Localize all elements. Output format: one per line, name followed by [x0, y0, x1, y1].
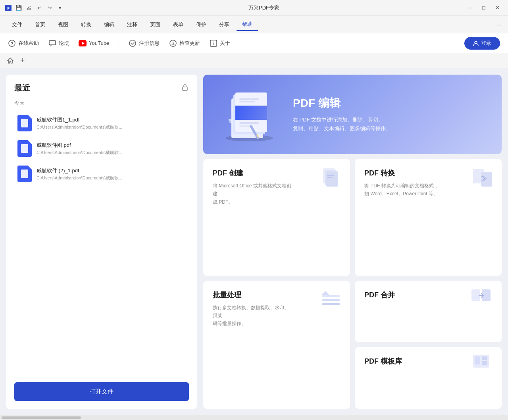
youtube-label: YouTube — [89, 40, 109, 46]
toolbar-youtube[interactable]: YouTube — [79, 39, 109, 47]
toolbar-update[interactable]: 检查更新 — [169, 39, 200, 47]
svg-rect-23 — [239, 122, 259, 124]
forum-label: 论坛 — [59, 40, 69, 47]
main-content: 最近 今天 威航软件图1_1.pdf C:\Users\Administraio… — [0, 68, 508, 415]
menu-annotate[interactable]: 注释 — [121, 19, 143, 31]
svg-text:i: i — [213, 41, 214, 46]
svg-rect-20 — [235, 106, 267, 120]
question-icon: ? — [8, 39, 16, 47]
titlebar-tool-icons: F 💾 🖨 ↩ ↪ ▾ — [5, 4, 64, 12]
scrollbar-thumb[interactable] — [2, 416, 81, 419]
svg-rect-34 — [322, 295, 340, 297]
hero-desc: 在 PDF 文档中进行添加、删除、剪切、复制、粘贴、文本编辑、图像编辑等操作。 — [293, 116, 487, 133]
svg-rect-12 — [183, 87, 187, 91]
file-icon — [17, 140, 32, 157]
svg-rect-36 — [322, 303, 340, 305]
toolbar-register[interactable]: 注册信息 — [129, 39, 160, 47]
file-item[interactable]: 威航软件图.pdf C:\Users\Administraion\Documen… — [14, 136, 189, 161]
svg-text:F: F — [7, 6, 10, 10]
maximize-button[interactable]: □ — [478, 2, 490, 13]
window-controls: ─ □ ✕ — [464, 2, 503, 13]
template-icon — [470, 353, 495, 379]
menu-edit[interactable]: 编辑 — [98, 19, 120, 31]
home-tab[interactable] — [5, 55, 16, 66]
recent-today: 今天 — [14, 100, 189, 107]
menu-file[interactable]: 文件 — [6, 19, 28, 31]
redo-icon[interactable]: ↪ — [46, 4, 53, 12]
app-title: 万兴PDF专家 — [64, 4, 464, 12]
feature-create[interactable]: PDF 创建 将 Microsoft Office 或其他格式文档创建成 PDF… — [203, 159, 350, 276]
pdf-stack-illustration — [217, 87, 281, 142]
undo-icon[interactable]: ↩ — [36, 4, 43, 12]
print-icon[interactable]: 🖨 — [25, 4, 33, 12]
menu-view[interactable]: 视图 — [52, 19, 74, 31]
toolbar-forum[interactable]: 论坛 — [48, 39, 69, 47]
login-label: 登录 — [481, 40, 491, 47]
convert-icon — [470, 165, 495, 191]
menu-home[interactable]: 首页 — [29, 19, 51, 31]
login-button[interactable]: 登录 — [464, 37, 500, 50]
toolbar: ? 在线帮助 论坛 YouTube 注册信息 — [0, 33, 508, 53]
recent-title: 最近 — [14, 83, 30, 93]
feature-template[interactable]: PDF 模板库 — [355, 347, 502, 409]
file-icon-inner — [21, 144, 28, 153]
svg-rect-21 — [239, 98, 259, 100]
menubar: 文件 首页 视图 转换 编辑 注释 页面 表单 保护 分享 帮助 ︿ — [0, 16, 508, 33]
toolbar-about[interactable]: i 关于 — [210, 39, 230, 47]
update-icon — [169, 39, 177, 47]
svg-point-11 — [475, 41, 477, 44]
register-label: 注册信息 — [139, 40, 160, 47]
svg-rect-42 — [482, 361, 487, 365]
feature-convert[interactable]: PDF 转换 将 PDF 转换为可编辑的文档格式，如 Word、Excel、Po… — [355, 159, 502, 276]
menubar-collapse[interactable]: ︿ — [497, 21, 502, 27]
user-icon — [473, 40, 479, 46]
file-icon — [17, 115, 32, 131]
new-tab-button[interactable]: + — [17, 56, 28, 66]
file-path: C:\Users\Administraion\Documents\威航软... — [37, 124, 186, 130]
menu-protect[interactable]: 保护 — [190, 19, 212, 31]
svg-rect-35 — [322, 299, 340, 301]
batch-icon — [318, 287, 344, 312]
register-icon — [129, 39, 137, 47]
hero-card[interactable]: PDF 编辑 在 PDF 文档中进行添加、删除、剪切、复制、粘贴、文本编辑、图像… — [203, 75, 502, 154]
dropdown-icon[interactable]: ▾ — [56, 4, 64, 12]
youtube-icon — [79, 39, 87, 47]
hero-title: PDF 编辑 — [293, 96, 487, 111]
open-file-button[interactable]: 打开文件 — [14, 382, 189, 401]
feature-batch[interactable]: 批量处理 执行多文档转换、数据提取、水印、贝莱码等批量操作。 — [203, 281, 350, 409]
svg-rect-29 — [326, 171, 338, 187]
update-label: 检查更新 — [179, 40, 200, 47]
file-info: 威航软件图1_1.pdf C:\Users\Administraion\Docu… — [37, 116, 186, 130]
merge-icon — [470, 287, 495, 312]
svg-rect-40 — [475, 356, 480, 364]
right-column: PDF 合并 PDF 模板库 — [355, 281, 502, 409]
save-icon[interactable]: 💾 — [15, 4, 22, 12]
svg-rect-41 — [482, 356, 487, 360]
toolbar-divider-1 — [119, 39, 119, 47]
hero-illustration — [217, 87, 281, 142]
minimize-button[interactable]: ─ — [464, 2, 476, 13]
toolbar-online-help[interactable]: ? 在线帮助 — [8, 39, 39, 47]
feature-merge[interactable]: PDF 合并 — [355, 281, 502, 343]
svg-rect-33 — [481, 172, 492, 187]
left-panel: 最近 今天 威航软件图1_1.pdf C:\Users\Administraio… — [6, 75, 197, 409]
file-path: C:\Users\Administraion\Documents\威航软... — [37, 175, 186, 181]
lock-icon[interactable] — [181, 83, 189, 93]
create-icon — [318, 165, 344, 191]
file-icon-inner — [21, 170, 28, 178]
menu-page[interactable]: 页面 — [144, 19, 166, 31]
about-label: 关于 — [220, 40, 230, 47]
menu-share[interactable]: 分享 — [214, 19, 235, 31]
svg-rect-31 — [327, 177, 333, 178]
feature-grid: PDF 创建 将 Microsoft Office 或其他格式文档创建成 PDF… — [203, 159, 502, 409]
file-item[interactable]: 威航软件 (2)_1.pdf C:\Users\Administraion\Do… — [14, 162, 189, 186]
menu-help[interactable]: 帮助 — [237, 18, 258, 31]
tabbar: + — [0, 53, 508, 68]
about-icon: i — [210, 39, 217, 47]
hero-text: PDF 编辑 在 PDF 文档中进行添加、删除、剪切、复制、粘贴、文本编辑、图像… — [293, 96, 487, 133]
close-button[interactable]: ✕ — [491, 2, 503, 13]
menu-convert[interactable]: 转换 — [75, 19, 97, 31]
forum-icon — [48, 39, 56, 47]
file-item[interactable]: 威航软件图1_1.pdf C:\Users\Administraion\Docu… — [14, 111, 189, 135]
menu-form[interactable]: 表单 — [167, 19, 189, 31]
